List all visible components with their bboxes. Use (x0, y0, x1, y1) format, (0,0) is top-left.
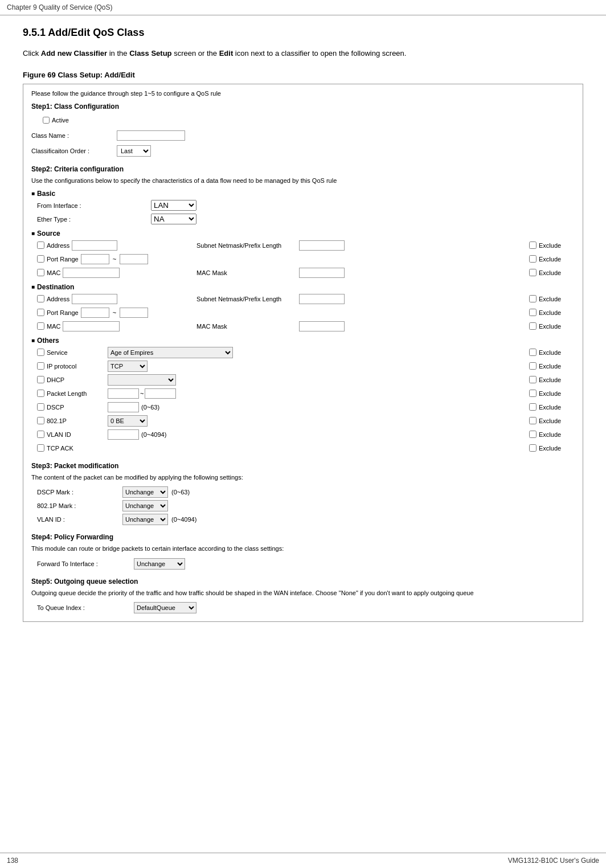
class-name-row: Class Name : (31, 129, 575, 142)
ether-type-select[interactable]: NA (151, 214, 196, 224)
source-exclude3-checkbox[interactable] (529, 269, 537, 276)
dest-exclude1-checkbox[interactable] (529, 295, 537, 302)
ip-protocol-select[interactable]: TCP (108, 361, 148, 372)
source-address-checkbox[interactable] (37, 241, 44, 249)
dot1p-exclude-checkbox[interactable] (529, 417, 537, 424)
dscp-checkbox[interactable] (37, 403, 44, 411)
page-number: 138 (7, 857, 18, 865)
dest-address-input[interactable] (72, 294, 117, 304)
source-address-input[interactable] (72, 240, 117, 251)
others-header: Others (31, 337, 575, 345)
source-mac-input[interactable] (63, 268, 120, 278)
classification-order-select[interactable]: Last (117, 145, 151, 157)
tcp-ack-label: TCP ACK (47, 445, 73, 452)
dest-exclude3-checkbox[interactable] (529, 322, 537, 330)
step3-desc: The content of the packet can be modifie… (31, 473, 575, 482)
vlan-exclude-checkbox[interactable] (529, 431, 537, 438)
vlan-exclude-label: Exclude (539, 431, 561, 438)
vlan-id-row: VLAN ID (0~4094) Exclude (37, 429, 575, 440)
dest-subnet-input[interactable] (299, 294, 345, 304)
source-port-range-checkbox[interactable] (37, 255, 44, 263)
tcp-ack-checkbox[interactable] (37, 444, 44, 452)
vlan-id-input[interactable] (108, 429, 139, 440)
dest-address-checkbox[interactable] (37, 295, 44, 302)
forward-row: Forward To Interface : Unchange (37, 558, 575, 570)
page-content: 9.5.1 Add/Edit QoS Class Click Add new C… (0, 15, 606, 656)
source-port-range-label: Port Range (47, 256, 79, 263)
dot1p-select[interactable]: 0 BE (108, 415, 148, 427)
dest-port-to-input[interactable] (120, 308, 148, 318)
queue-select[interactable]: DefaultQueue (134, 602, 196, 613)
dot1p-row: 802.1P 0 BE Exclude (37, 415, 575, 427)
dot1p-mark-row: 802.1P Mark : Unchange (37, 500, 575, 511)
step5-desc: Outgoing queue decide the priority of th… (31, 589, 575, 597)
packet-length-label: Packet Length (47, 390, 87, 397)
vlan-id-checkbox[interactable] (37, 431, 44, 438)
step3-vlan-row: VLAN ID : Unchange (0~4094) (37, 514, 575, 525)
from-interface-select[interactable]: LAN (151, 200, 196, 211)
dscp-mark-label: DSCP Mark : (37, 489, 122, 496)
dot1p-mark-select[interactable]: Unchange (122, 500, 168, 511)
from-interface-label: From Interface : (37, 202, 81, 209)
dest-port-range-checkbox[interactable] (37, 309, 44, 316)
class-name-input[interactable] (117, 130, 185, 141)
source-mac-mask-input[interactable] (299, 268, 345, 278)
step5-header: Step5: Outgoing queue selection (31, 578, 575, 586)
dscp-exclude-checkbox[interactable] (529, 403, 537, 411)
service-exclude-checkbox[interactable] (529, 349, 537, 356)
ether-type-row: Ether Type : NA (37, 214, 575, 225)
dest-port-from-input[interactable] (81, 308, 109, 318)
basic-header: Basic (31, 190, 575, 198)
dot1p-checkbox[interactable] (37, 417, 44, 424)
dhcp-exclude-checkbox[interactable] (529, 376, 537, 383)
dest-exclude2-checkbox[interactable] (529, 309, 537, 316)
dhcp-row: DHCP Exclude (37, 374, 575, 386)
dscp-input[interactable] (108, 402, 139, 412)
vlan-id-hint: (0~4094) (141, 431, 166, 438)
forward-select[interactable]: Unchange (134, 558, 185, 570)
service-checkbox[interactable] (37, 349, 44, 356)
step3-vlan-label: VLAN ID : (37, 516, 122, 523)
ip-exclude-checkbox[interactable] (529, 362, 537, 370)
source-subnet-input[interactable] (299, 240, 345, 251)
packet-exclude-checkbox[interactable] (529, 390, 537, 397)
step3-fields: DSCP Mark : Unchange (0~63) 802.1P Mark … (37, 486, 575, 525)
guidance-text: Please follow the guidance through step … (31, 90, 575, 97)
source-port-from-input[interactable] (81, 254, 109, 264)
service-select[interactable]: Age of Empires (108, 347, 233, 358)
dest-mac-checkbox[interactable] (37, 322, 44, 330)
source-port-to-input[interactable] (120, 254, 148, 264)
packet-length-to-input[interactable] (145, 388, 176, 399)
dhcp-checkbox[interactable] (37, 376, 44, 383)
dest-mac-mask-input[interactable] (299, 321, 345, 331)
source-exclude2-checkbox[interactable] (529, 255, 537, 263)
ip-protocol-checkbox[interactable] (37, 362, 44, 370)
source-address-label: Address (47, 242, 69, 249)
dest-address-label: Address (47, 296, 69, 302)
step4-desc: This module can route or bridge packets … (31, 544, 575, 553)
step3-vlan-select[interactable]: Unchange (122, 514, 168, 525)
active-row: Active (31, 114, 575, 126)
step1-header: Step1: Class Configuration (31, 103, 575, 110)
dest-address-row: Address Subnet Netmask/Prefix Length Exc… (37, 293, 575, 305)
dest-subnet-label: Subnet Netmask/Prefix Length (196, 296, 299, 302)
packet-length-from-input[interactable] (108, 388, 139, 399)
dot1p-mark-label: 802.1P Mark : (37, 502, 122, 509)
dhcp-select[interactable] (108, 374, 176, 386)
active-checkbox[interactable] (43, 117, 50, 124)
class-setup-ref: Class Setup (129, 49, 171, 58)
dscp-mark-select[interactable]: Unchange (122, 486, 168, 498)
dot1p-label: 802.1P (47, 417, 67, 424)
tcp-ack-exclude-checkbox[interactable] (529, 444, 537, 452)
dscp-mark-row: DSCP Mark : Unchange (0~63) (37, 486, 575, 498)
dest-mac-input[interactable] (63, 321, 120, 331)
source-mac-checkbox[interactable] (37, 269, 44, 276)
basic-fields: From Interface : LAN Ether Type : NA (37, 200, 575, 225)
class-name-label: Class Name : (31, 132, 117, 139)
step5-fields: To Queue Index : DefaultQueue (37, 602, 575, 613)
dot1p-exclude-label: Exclude (539, 417, 561, 424)
dest-exclude2-label: Exclude (539, 309, 561, 316)
packet-length-checkbox[interactable] (37, 390, 44, 397)
source-exclude1-checkbox[interactable] (529, 241, 537, 249)
dest-port-tilde: ~ (113, 309, 116, 316)
